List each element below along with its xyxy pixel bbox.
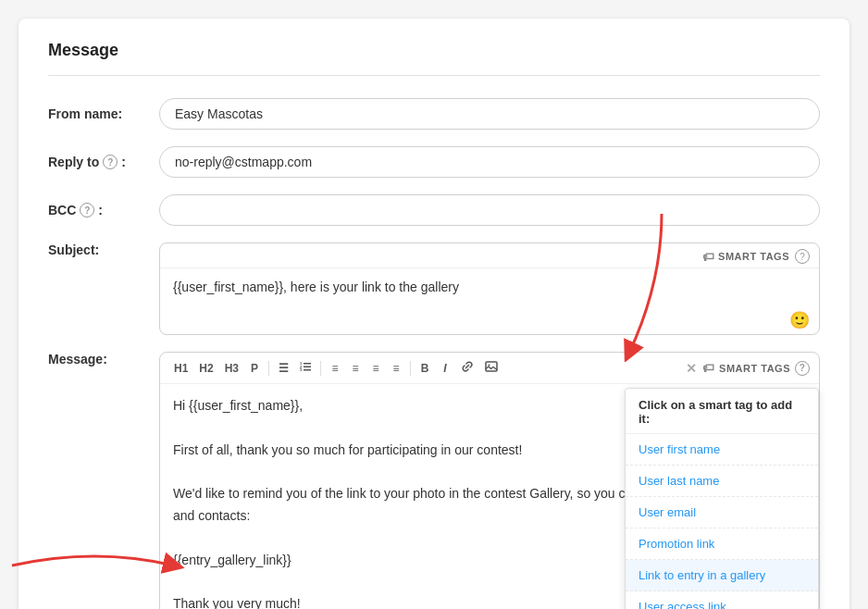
from-name-row: From name: [48,98,820,130]
bcc-row: BCC ? : [48,194,820,226]
divider [48,75,820,76]
smart-tags-close-btn[interactable]: ✕ [686,361,698,376]
toolbar-h2[interactable]: H2 [194,360,217,377]
svg-rect-6 [486,362,497,371]
page-container: Message From name: Reply to ? : BCC ? : … [19,19,849,609]
subject-smart-tags-help[interactable]: ? [795,249,810,264]
message-tag-icon: 🏷 [702,361,715,375]
message-row: Message: H1 H2 H3 P ☰ 1 2 3 [48,352,820,609]
page-title: Message [48,41,820,60]
toolbar-ol[interactable]: 1 2 3 [295,359,316,377]
from-name-label: From name: [48,106,159,121]
smart-tag-gallery-link[interactable]: Link to entry in a gallery [626,560,818,591]
toolbar-align-center[interactable]: ≡ [346,360,365,377]
toolbar-sep-2 [320,361,321,376]
message-smart-tags-help[interactable]: ? [795,361,810,376]
svg-rect-1 [304,367,311,368]
toolbar-image[interactable] [480,358,502,378]
toolbar-align-right[interactable]: ≡ [366,360,385,377]
toolbar-bold[interactable]: B [415,360,434,377]
reply-to-input[interactable] [159,146,820,178]
subject-emoji-btn[interactable]: 🙂 [160,306,819,334]
subject-input-wrap: 🏷 SMART TAGS ? {{user_first_name}}, here… [159,242,820,335]
svg-rect-2 [304,369,311,371]
smart-tag-user-last-name[interactable]: User last name [626,466,818,497]
editor-toolbar: H1 H2 H3 P ☰ 1 2 3 ≡ [160,353,819,384]
toolbar-h3[interactable]: H3 [220,360,243,377]
subject-label: Subject: [48,242,159,257]
from-name-input[interactable] [159,98,820,130]
bcc-label: BCC ? : [48,203,159,218]
toolbar-link[interactable] [456,358,478,378]
reply-to-help-icon[interactable]: ? [103,155,118,169]
svg-rect-0 [304,363,311,365]
smart-tag-user-email[interactable]: User email [626,497,818,528]
toolbar-ul[interactable]: ☰ [274,360,293,377]
toolbar-h1[interactable]: H1 [169,360,192,377]
message-label: Message: [48,352,159,367]
subject-text[interactable]: {{user_first_name}}, here is your link t… [160,268,819,306]
subject-toolbar: 🏷 SMART TAGS ? [160,243,819,268]
svg-text:3: 3 [300,367,303,372]
subject-smart-tags-btn[interactable]: 🏷 SMART TAGS [702,250,789,264]
toolbar-align-left[interactable]: ≡ [326,360,344,377]
toolbar-p[interactable]: P [245,360,264,377]
smart-tag-promotion-link[interactable]: Promotion link [626,528,818,560]
smart-tag-user-first-name[interactable]: User first name [626,434,818,466]
message-editor-wrap: H1 H2 H3 P ☰ 1 2 3 ≡ [159,352,820,609]
smart-tags-dropdown-header: Click on a smart tag to add it: [626,389,818,434]
bcc-input[interactable] [159,194,820,226]
svg-point-7 [489,365,490,367]
reply-to-row: Reply to ? : [48,146,820,178]
toolbar-sep-1 [268,361,269,376]
toolbar-italic[interactable]: I [436,360,454,377]
toolbar-justify[interactable]: ≡ [387,360,405,377]
smart-tag-user-access-link[interactable]: User access link [626,591,818,609]
tag-icon: 🏷 [702,250,715,264]
message-smart-tags-area: ✕ 🏷 SMART TAGS ? [686,361,810,376]
smart-tags-dropdown: Click on a smart tag to add it: User fir… [625,388,819,609]
bcc-help-icon[interactable]: ? [80,203,94,218]
subject-row: Subject: 🏷 SMART TAGS ? {{user_first_nam… [48,242,820,335]
reply-to-label: Reply to ? : [48,155,159,169]
toolbar-sep-3 [410,361,411,376]
